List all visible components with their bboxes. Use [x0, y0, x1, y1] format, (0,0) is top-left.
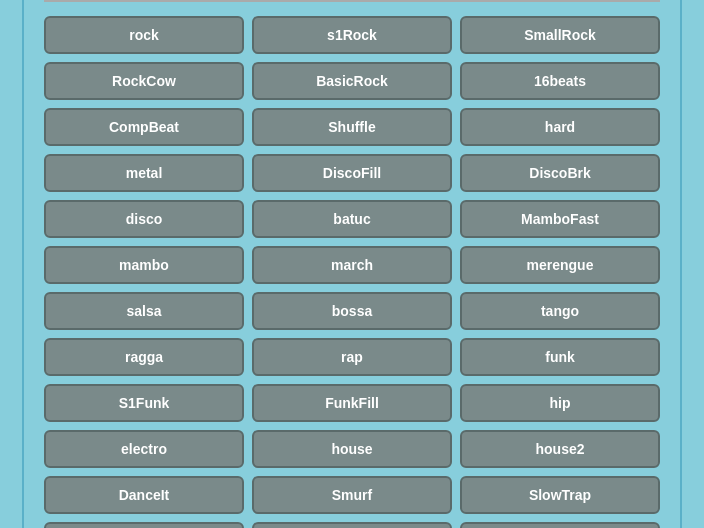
pattern-button[interactable]: s1Rock: [252, 16, 452, 54]
pattern-button[interactable]: FunkFill: [252, 384, 452, 422]
pattern-button[interactable]: hip: [460, 384, 660, 422]
pattern-button[interactable]: batuc: [252, 200, 452, 238]
pattern-button[interactable]: march: [252, 246, 452, 284]
pattern-button[interactable]: bossa: [252, 292, 452, 330]
pattern-button[interactable]: SmallRock: [460, 16, 660, 54]
pattern-button[interactable]: rock: [44, 16, 244, 54]
pattern-button[interactable]: house2: [460, 430, 660, 468]
pattern-button[interactable]: MamboFast: [460, 200, 660, 238]
pattern-button[interactable]: SlowTrap: [460, 476, 660, 514]
pattern-button[interactable]: ragga: [44, 338, 244, 376]
pattern-button[interactable]: merengue: [460, 246, 660, 284]
pattern-button[interactable]: S1Funk: [44, 384, 244, 422]
pattern-button[interactable]: CompBeat: [44, 108, 244, 146]
pattern-button[interactable]: Smurf: [252, 476, 452, 514]
pattern-button[interactable]: house: [252, 430, 452, 468]
pattern-button[interactable]: hard: [460, 108, 660, 146]
pattern-button[interactable]: salsa: [44, 292, 244, 330]
pattern-button[interactable]: DiscoFill: [252, 154, 452, 192]
pattern-button[interactable]: metal: [44, 154, 244, 192]
pattern-button[interactable]: PolyRythme: [460, 522, 660, 528]
pattern-button[interactable]: Shuffle: [252, 108, 452, 146]
pattern-button[interactable]: sweet: [44, 522, 244, 528]
pattern-button[interactable]: BasicRock: [252, 62, 452, 100]
patterns-grid: rocks1RockSmallRockRockCowBasicRock16bea…: [44, 16, 660, 528]
pattern-button[interactable]: rap: [252, 338, 452, 376]
patterns-modal: Patterns ✕ rocks1RockSmallRockRockCowBas…: [22, 0, 682, 528]
pattern-button[interactable]: funk: [460, 338, 660, 376]
modal-divider: [44, 0, 660, 2]
pattern-button[interactable]: jazz: [252, 522, 452, 528]
pattern-button[interactable]: electro: [44, 430, 244, 468]
pattern-button[interactable]: 16beats: [460, 62, 660, 100]
pattern-button[interactable]: mambo: [44, 246, 244, 284]
pattern-button[interactable]: DanceIt: [44, 476, 244, 514]
pattern-button[interactable]: RockCow: [44, 62, 244, 100]
pattern-button[interactable]: disco: [44, 200, 244, 238]
pattern-button[interactable]: DiscoBrk: [460, 154, 660, 192]
pattern-button[interactable]: tango: [460, 292, 660, 330]
